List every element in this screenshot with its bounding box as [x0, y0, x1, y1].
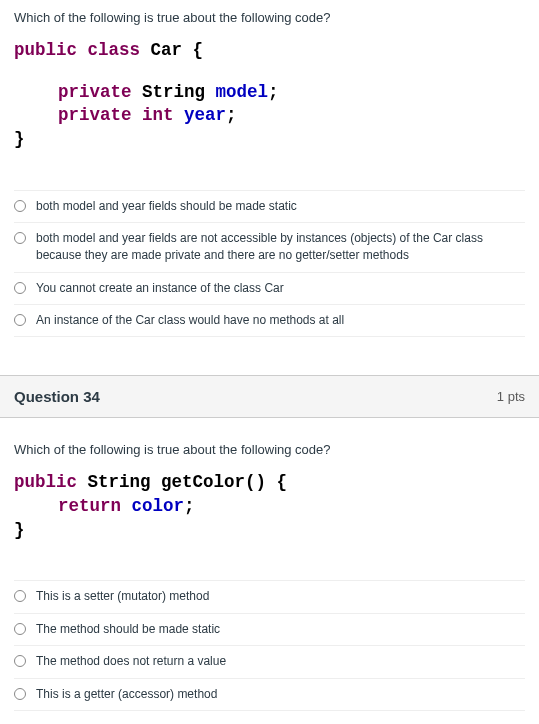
brace-open: {: [277, 472, 288, 492]
code-line: public class Car {: [14, 39, 525, 63]
identifier-model: model: [216, 82, 269, 102]
question-points: 1 pts: [497, 389, 525, 404]
option-text: You cannot create an instance of the cla…: [36, 280, 284, 297]
question-34: Which of the following is true about the…: [0, 418, 539, 724]
code-line: return color;: [14, 495, 525, 519]
keyword-public: public: [14, 40, 77, 60]
options-list: both model and year fields should be mad…: [0, 180, 539, 342]
option-text: The method does not return a value: [36, 653, 226, 670]
radio-icon[interactable]: [14, 232, 26, 244]
code-line: private String model;: [14, 81, 525, 105]
radio-icon[interactable]: [14, 623, 26, 635]
option-row[interactable]: An instance of the Car class would have …: [14, 305, 525, 337]
option-text: An instance of the Car class would have …: [36, 312, 344, 329]
keyword-class: class: [88, 40, 141, 60]
identifier-year: year: [184, 105, 226, 125]
semicolon: ;: [226, 105, 237, 125]
options-list: This is a setter (mutator) method The me…: [0, 570, 539, 715]
semicolon: ;: [268, 82, 279, 102]
question-33: Which of the following is true about the…: [0, 0, 539, 353]
option-row[interactable]: You cannot create an instance of the cla…: [14, 273, 525, 305]
option-row[interactable]: The method does not return a value: [14, 646, 525, 678]
brace-open: {: [193, 40, 204, 60]
keyword-private: private: [58, 105, 132, 125]
code-block: public String getColor() { return color;…: [0, 471, 539, 552]
keyword-private: private: [58, 82, 132, 102]
option-row[interactable]: The method should be made static: [14, 614, 525, 646]
semicolon: ;: [184, 496, 195, 516]
code-line: private int year;: [14, 104, 525, 128]
option-row[interactable]: both model and year fields are not acces…: [14, 223, 525, 273]
class-name: Car: [151, 40, 183, 60]
radio-icon[interactable]: [14, 282, 26, 294]
option-text: This is a setter (mutator) method: [36, 588, 209, 605]
option-text: both model and year fields should be mad…: [36, 198, 297, 215]
question-number: Question 34: [14, 388, 100, 405]
type-string: String: [142, 82, 205, 102]
question-header: Question 34 1 pts: [0, 375, 539, 418]
keyword-public: public: [14, 472, 77, 492]
question-prompt: Which of the following is true about the…: [0, 432, 539, 471]
option-row[interactable]: both model and year fields should be mad…: [14, 190, 525, 223]
option-text: This is a getter (accessor) method: [36, 686, 217, 703]
keyword-int: int: [142, 105, 174, 125]
radio-icon[interactable]: [14, 200, 26, 212]
radio-icon[interactable]: [14, 590, 26, 602]
question-prompt: Which of the following is true about the…: [0, 0, 539, 39]
code-line: }: [14, 128, 525, 152]
option-row[interactable]: This is a setter (mutator) method: [14, 580, 525, 613]
option-text: The method should be made static: [36, 621, 220, 638]
blank-line: [14, 63, 525, 81]
identifier-color: color: [132, 496, 185, 516]
code-line: public String getColor() {: [14, 471, 525, 495]
radio-icon[interactable]: [14, 655, 26, 667]
option-row[interactable]: This is a getter (accessor) method: [14, 679, 525, 711]
method-name: getColor(): [161, 472, 266, 492]
type-string: String: [88, 472, 151, 492]
brace-close: }: [14, 129, 25, 149]
code-block: public class Car { private String model;…: [0, 39, 539, 162]
option-text: both model and year fields are not acces…: [36, 230, 525, 265]
brace-close: }: [14, 520, 25, 540]
radio-icon[interactable]: [14, 314, 26, 326]
keyword-return: return: [58, 496, 121, 516]
radio-icon[interactable]: [14, 688, 26, 700]
code-line: }: [14, 519, 525, 543]
